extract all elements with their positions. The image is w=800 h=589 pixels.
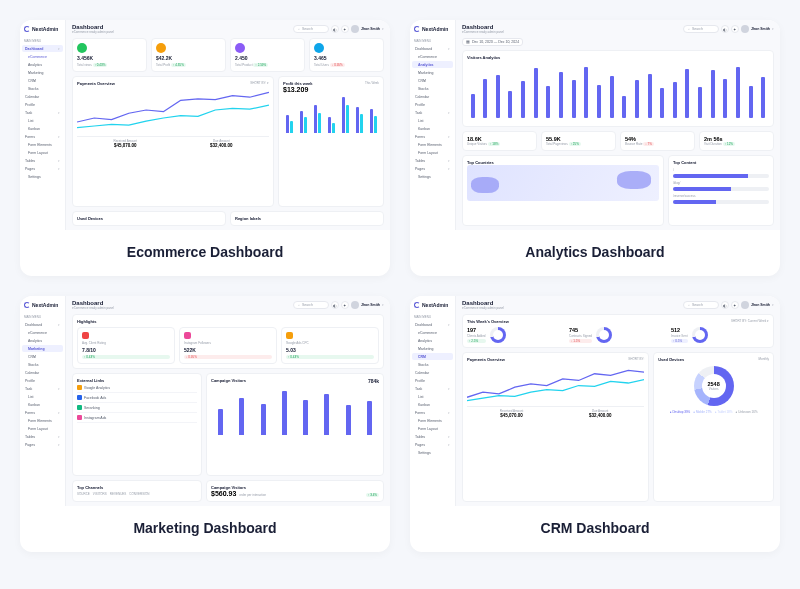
ext-fb[interactable]: Facebook Ads (77, 393, 197, 403)
profit-bars (283, 93, 379, 133)
nav-pages[interactable]: Pages▾ (22, 165, 63, 172)
content-panel: Top Content / /blog/ /reserve/success (668, 155, 774, 226)
nav-kanban[interactable]: Kanban (22, 125, 63, 132)
nav-profile[interactable]: Profile (22, 101, 63, 108)
views-icon (77, 43, 87, 53)
theme-toggle[interactable]: ◐ (331, 301, 339, 309)
page-subtitle: eCommerce ready admin panel (72, 30, 114, 34)
nav-settings[interactable]: Settings (22, 173, 63, 180)
user-menu[interactable]: Jhon Smith▾ (351, 301, 384, 309)
nav-dashboard[interactable]: Dashboard▾ (412, 45, 453, 52)
profit-value: $13.209 (283, 86, 379, 93)
crm-card[interactable]: NextAdmin MAIN MENU Dashboard▾ eCommerce… (410, 296, 780, 552)
nav-tables[interactable]: Tables▾ (22, 157, 63, 164)
ext-seranking[interactable]: Seranking (77, 403, 197, 413)
metric-pageviews: 55.9KTotal Pageviews ↑ 25% (541, 131, 616, 151)
nav-form-elements[interactable]: Form Elements (22, 141, 63, 148)
logo-icon (24, 26, 30, 32)
date-range[interactable]: ▦Dec 10, 2023 — Dec 10, 2024 (462, 38, 523, 46)
nav-form-layout[interactable]: Form Layout (22, 149, 63, 156)
nav-ecommerce[interactable]: eCommerce (22, 53, 63, 60)
devices-panel: Used Devices (72, 211, 226, 226)
payments-chart (77, 86, 269, 134)
crm-payments-panel: Payments OverviewSHORT BY: Received Amou… (462, 352, 649, 502)
hl-rating: Avg. Client Rating7.8/10↑ 0.43% (77, 327, 175, 364)
profit-icon (156, 43, 166, 53)
search-icon: ⌕ (298, 27, 300, 31)
ring-chart (490, 327, 506, 343)
hl-cpc: Google Ads CPC5.03↑ 0.43% (281, 327, 379, 364)
nav-crm[interactable]: CRM (22, 77, 63, 84)
metric-duration: 2m 56sVisit Duration ↑ 12% (699, 131, 774, 151)
campaign-visitors-2: Campaign Visitors $560.93order per inter… (206, 480, 384, 502)
sidebar: NextAdmin MAIN MENU Dashboard▾ eCommerce… (20, 20, 66, 230)
visitors-panel: Visitors Analytics (462, 50, 774, 127)
nav-analytics[interactable]: Analytics (22, 61, 63, 68)
user-menu[interactable]: Jhon Smith▾ (351, 25, 384, 33)
external-links-panel: External Links Google Analytics Facebook… (72, 373, 202, 476)
brand-name: NextAdmin (32, 26, 58, 32)
sidebar: NextAdmin MAIN MENU Dashboard▾ eCommerce… (410, 296, 456, 506)
logo[interactable]: NextAdmin (412, 24, 453, 36)
analytics-card[interactable]: NextAdmin MAIN MENU Dashboard▾ eCommerce… (410, 20, 780, 276)
ecommerce-card[interactable]: NextAdmin MAIN MENU Dashboard▾ eCommerce… (20, 20, 390, 276)
notifications-icon[interactable]: ✦ (341, 301, 349, 309)
notifications-icon[interactable]: ✦ (731, 301, 739, 309)
theme-toggle[interactable]: ◐ (721, 301, 729, 309)
nav-dashboard[interactable]: Dashboard▾ (22, 45, 63, 52)
ov-clients: 197Clients Added↑ 2.5% (467, 327, 565, 343)
metric-bounce: 54%Bounce Rate ↓ 7% (620, 131, 695, 151)
ring-chart (596, 327, 612, 343)
search-input[interactable]: ⌕Search (683, 25, 719, 33)
marketing-card[interactable]: NextAdmin MAIN MENU Dashboard▾ eCommerce… (20, 296, 390, 552)
visitors-chart (467, 60, 769, 122)
hl-followers: Instagram Followers522K↓ 0.95% (179, 327, 277, 364)
search-input[interactable]: ⌕Search (293, 301, 329, 309)
nav-analytics[interactable]: Analytics (412, 61, 453, 68)
nav-calendar[interactable]: Calendar (22, 93, 63, 100)
stat-views: 3.456KTotal views ↑ 0.43% (72, 38, 147, 72)
stat-users: 3.465Total Users ↓ 0.95% (309, 38, 384, 72)
nav-list[interactable]: List (22, 117, 63, 124)
campaign-chart (211, 387, 379, 435)
rating-icon (82, 332, 89, 339)
notifications-icon[interactable]: ✦ (731, 25, 739, 33)
sidebar: NextAdmin MAIN MENU Dashboard▾ eCommerce… (20, 296, 66, 506)
ov-contracts: 745Contracts Signed↓ 1.5% (569, 327, 667, 343)
crm-caption: CRM Dashboard (410, 506, 780, 552)
metric-unique: 18.6KUnique Visitors ↑ 18% (462, 131, 537, 151)
region-panel: Region labels (230, 211, 384, 226)
theme-toggle[interactable]: ◐ (721, 25, 729, 33)
ov-invoice: 512Invoice Sent↑ 0.5% (671, 327, 769, 343)
overview-panel: This Week's OverviewSHORT BY: Current We… (462, 314, 774, 348)
theme-toggle[interactable]: ◐ (331, 25, 339, 33)
nav-stocks[interactable]: Stocks (22, 85, 63, 92)
calendar-icon: ▦ (466, 40, 470, 44)
logo[interactable]: NextAdmin (22, 24, 63, 36)
marketing-caption: Marketing Dashboard (20, 506, 390, 552)
user-menu[interactable]: Jhon Smith▾ (741, 301, 774, 309)
crm-devices-panel: Used DevicesMonthly 2548Visitors Desktop… (653, 352, 774, 502)
highlights-panel: Highlights Avg. Client Rating7.8/10↑ 0.4… (72, 314, 384, 369)
ext-ig[interactable]: Instagram Ads (77, 413, 197, 423)
logo[interactable]: NextAdmin (22, 300, 63, 312)
ext-ga[interactable]: Google Analytics (77, 383, 197, 393)
search-input[interactable]: ⌕Search (683, 301, 719, 309)
nav-crm[interactable]: CRM (412, 353, 453, 360)
marketing-thumb: NextAdmin MAIN MENU Dashboard▾ eCommerce… (20, 296, 390, 506)
ecommerce-thumb: NextAdmin MAIN MENU Dashboard▾ eCommerce… (20, 20, 390, 230)
campaign-panel: Campaign Visitors784k (206, 373, 384, 476)
analytics-caption: Analytics Dashboard (410, 230, 780, 276)
nav-marketing[interactable]: Marketing (22, 345, 63, 352)
search-input[interactable]: ⌕Search (293, 25, 329, 33)
notifications-icon[interactable]: ✦ (341, 25, 349, 33)
nav-marketing[interactable]: Marketing (22, 69, 63, 76)
nav-forms[interactable]: Forms▾ (22, 133, 63, 140)
nav-task[interactable]: Task▾ (22, 109, 63, 116)
product-icon (235, 43, 245, 53)
countries-panel: Top Countries (462, 155, 664, 226)
logo[interactable]: NextAdmin (412, 300, 453, 312)
donut-legend: Desktop 39%Mobile 27%Tablet 18%Unknown 1… (658, 410, 769, 414)
sidebar: NextAdmin MAIN MENU Dashboard▾ eCommerce… (410, 20, 456, 230)
user-menu[interactable]: Jhon Smith▾ (741, 25, 774, 33)
